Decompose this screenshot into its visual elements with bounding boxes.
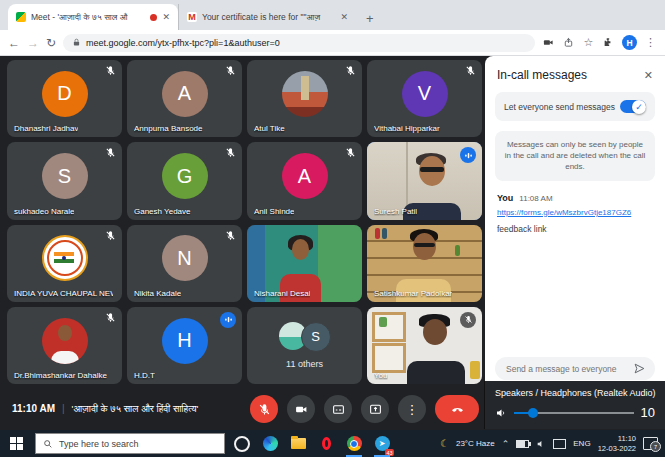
participant-name: You (374, 371, 388, 380)
taskbar-clock[interactable]: 11:10 12-03-2022 (598, 434, 636, 454)
audio-device-name: Speakers / Headphones (Realtek Audio) (495, 388, 655, 398)
torso-shape (51, 351, 79, 364)
tab-gmail[interactable]: M Your certificate is here for ""आज़ ✕ (178, 4, 356, 30)
head-shape (58, 325, 72, 341)
self-tile[interactable]: You (367, 307, 482, 384)
book-shape (455, 245, 460, 256)
new-tab-button[interactable]: + (366, 11, 374, 30)
browser-menu-icon[interactable]: ⋮ (644, 36, 657, 49)
others-tile[interactable]: S 11 others (247, 307, 362, 384)
mic-mute-button[interactable] (250, 395, 278, 423)
language-indicator[interactable]: ENG (573, 439, 590, 448)
tab-close-icon[interactable]: ✕ (162, 12, 170, 22)
camera-button[interactable] (287, 395, 315, 423)
message-text: feedback link (497, 224, 653, 234)
taskbar-telegram-icon[interactable]: ➤43 (371, 430, 393, 457)
participant-tile[interactable]: G Ganesh Yedave (127, 142, 242, 219)
shelf-shape (372, 312, 406, 342)
taskbar-opera-icon[interactable] (315, 430, 337, 457)
participant-tile[interactable]: Dr.Bhimashankar Dahalke (7, 307, 122, 384)
book-shape (375, 228, 380, 239)
toggle-knob: ✓ (632, 100, 646, 114)
participant-tile[interactable]: N Nikita Kadale (127, 225, 242, 302)
shelf-shape (372, 343, 406, 373)
weather-moon-icon[interactable]: ☾ (440, 438, 449, 449)
forward-icon[interactable]: → (27, 37, 39, 49)
participant-tile[interactable]: Atul Tike (247, 60, 362, 137)
participant-tile[interactable]: S sukhadeo Narale (7, 142, 122, 219)
more-options-button[interactable]: ⋮ (398, 395, 426, 423)
head-shape (292, 239, 309, 260)
in-call-messages-panel: In-call messages ✕ Let everyone send mes… (485, 56, 665, 388)
action-center-icon[interactable]: 7 (643, 437, 658, 450)
weather-text[interactable]: 23°C Haze (456, 439, 495, 448)
mic-off-icon (105, 147, 116, 158)
participant-name: Anil Shinde (254, 207, 294, 216)
toggle-label: Let everyone send messages (504, 102, 615, 112)
profile-avatar[interactable]: H (622, 35, 637, 50)
start-button[interactable] (10, 437, 23, 450)
message-link[interactable]: https://forms.gle/wMszbrvGtje187GZ6 (497, 208, 653, 217)
chat-panel-title: In-call messages (497, 68, 587, 82)
messages-toggle[interactable]: ✓ (620, 100, 646, 113)
taskbar-chrome-icon[interactable] (343, 430, 365, 457)
participant-name: Nikita Kadale (134, 289, 181, 298)
head-shape (423, 319, 447, 345)
taskbar-search[interactable]: Type here to search (35, 433, 225, 454)
extensions-puzzle-icon[interactable] (602, 36, 615, 49)
others-count-label: 11 others (286, 359, 323, 369)
participant-tile[interactable]: INDIA YUVA CHAUPAL NEWS ... (7, 225, 122, 302)
avatar: G (162, 153, 208, 199)
send-permission-row: Let everyone send messages ✓ (495, 92, 655, 121)
back-icon[interactable]: ← (8, 37, 20, 49)
browser-tab-strip: Meet - 'आज़ादी के ७५ साल औ ✕ M Your cert… (0, 0, 665, 30)
photo-avatar (42, 318, 88, 364)
recording-dot-icon (150, 14, 157, 21)
camera-in-use-icon[interactable] (542, 36, 555, 49)
share-icon[interactable] (562, 36, 575, 49)
speaker-icon[interactable] (495, 407, 507, 419)
reload-icon[interactable]: ↻ (46, 37, 56, 49)
meet-main-area: D Dhanashri Jadhav A Annpurna Bansode At… (0, 56, 665, 388)
battery-icon[interactable] (516, 440, 529, 448)
taskbar-file-explorer-icon[interactable] (287, 430, 309, 457)
participant-tile[interactable]: A Annpurna Bansode (127, 60, 242, 137)
taskbar-cortana-icon[interactable] (231, 430, 253, 457)
network-display-icon[interactable] (553, 439, 566, 449)
participant-tile[interactable]: Nisharani Desai (247, 225, 362, 302)
tray-speaker-icon[interactable] (536, 439, 546, 449)
tower-shape (301, 76, 309, 100)
volume-slider-thumb[interactable] (528, 408, 538, 418)
taskbar-edge-icon[interactable] (259, 430, 281, 457)
end-call-button[interactable] (435, 395, 479, 423)
tab-close-icon[interactable]: ✕ (340, 12, 348, 22)
participant-tile-active-speaker[interactable]: Suresh Patil (367, 142, 482, 219)
others-content: S 11 others (247, 307, 362, 384)
notification-badge: 7 (650, 441, 661, 452)
mic-off-icon (105, 65, 116, 76)
browser-toolbar: ← → ↻ meet.google.com/ytx-pfhx-tpc?pli=1… (0, 30, 665, 56)
participant-name: sukhadeo Narale (14, 207, 74, 216)
tray-chevron-icon[interactable]: ⌃ (502, 439, 510, 449)
participant-name: Annpurna Bansode (134, 124, 203, 133)
close-icon[interactable]: ✕ (644, 69, 653, 82)
participant-tile[interactable]: H H.D.T (127, 307, 242, 384)
send-icon[interactable] (633, 362, 646, 375)
captions-button[interactable] (324, 395, 352, 423)
meeting-title: 'आज़ादी के ७५ साल और हिंदी साहित्य' (72, 403, 199, 415)
present-button[interactable] (361, 395, 389, 423)
address-bar[interactable]: meet.google.com/ytx-pfhx-tpc?pli=1&authu… (63, 34, 535, 52)
tab-meet[interactable]: Meet - 'आज़ादी के ७५ साल औ ✕ (8, 4, 178, 30)
chakra-dot (62, 256, 66, 260)
volume-slider[interactable] (514, 412, 634, 414)
avatar: H (162, 318, 208, 364)
chat-message-input[interactable] (504, 363, 633, 375)
participant-name: INDIA YUVA CHAUPAL NEWS ... (14, 289, 113, 298)
participant-name: Suresh Patil (374, 207, 417, 216)
participant-tile[interactable]: Satishkumar Padolkar (367, 225, 482, 302)
participant-tile[interactable]: A Anil Shinde (247, 142, 362, 219)
participant-tile[interactable]: V Vithabai Hipparkar (367, 60, 482, 137)
bookmark-star-icon[interactable]: ☆ (582, 36, 595, 49)
participant-tile[interactable]: D Dhanashri Jadhav (7, 60, 122, 137)
chat-input-row (495, 357, 655, 380)
